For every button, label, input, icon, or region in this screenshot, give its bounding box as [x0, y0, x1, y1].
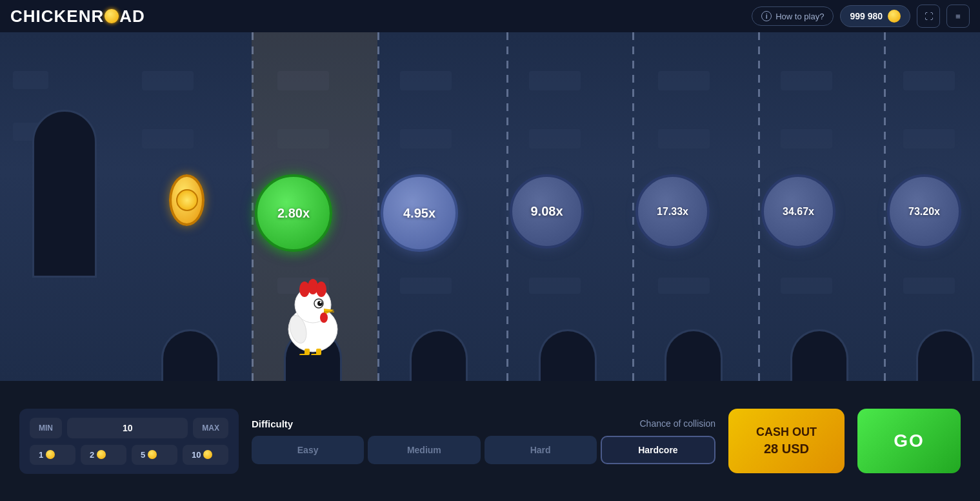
- multiplier-circle-1[interactable]: 4.95x: [381, 174, 458, 252]
- column-divider-2: [377, 32, 379, 381]
- logo-coin-icon: [105, 9, 119, 23]
- column-divider-6: [884, 32, 886, 381]
- quick-bet-1[interactable]: 1: [30, 445, 75, 465]
- quick-bet-10-value: 10: [192, 450, 201, 460]
- menu-button[interactable]: ≡: [946, 5, 970, 28]
- balance-coin-icon: [888, 10, 901, 23]
- wall-block: [781, 71, 832, 90]
- wall-block: [658, 71, 710, 90]
- diff-medium-button[interactable]: Medium: [368, 436, 480, 464]
- gold-coin: [169, 174, 205, 226]
- multiplier-circle-4[interactable]: 34.67x: [761, 174, 835, 249]
- multiplier-circle-5[interactable]: 73.20x: [887, 174, 961, 249]
- column-divider-1: [252, 32, 254, 381]
- wall-block: [781, 278, 832, 294]
- bottom-arch-5: [790, 329, 848, 381]
- balance-value: 999 980: [850, 11, 883, 21]
- multiplier-circle-3[interactable]: 17.33x: [635, 174, 710, 249]
- quick-bet-5-value: 5: [141, 450, 145, 460]
- column-divider-5: [758, 32, 760, 381]
- svg-rect-15: [311, 354, 320, 355]
- difficulty-label: Difficulty: [252, 418, 293, 429]
- wall-block: [400, 129, 452, 148]
- bet-row-top: MIN 10 MAX: [30, 418, 228, 438]
- quick-bet-coin-10: [203, 450, 212, 459]
- fullscreen-icon: ⛶: [925, 12, 933, 21]
- quick-bet-2[interactable]: 2: [81, 445, 126, 465]
- svg-point-10: [320, 312, 328, 323]
- bottom-arch-2: [410, 329, 468, 381]
- logo-text-ad: AD: [119, 6, 145, 26]
- quick-bet-coin-5: [148, 450, 157, 459]
- column-divider-4: [632, 32, 634, 381]
- quick-bet-2-value: 2: [90, 450, 94, 460]
- fullscreen-button[interactable]: ⛶: [917, 5, 940, 28]
- difficulty-buttons: Easy Medium Hard Hardcore: [252, 436, 715, 464]
- svg-point-4: [316, 281, 326, 297]
- wall-block: [658, 129, 710, 148]
- header: CHICKEN R AD i How to play? 999 980 ⛶ ≡: [0, 0, 980, 32]
- wall-block: [781, 129, 832, 148]
- svg-point-7: [320, 302, 322, 303]
- wall-block: [529, 129, 581, 148]
- collision-label: Chance of collision: [639, 418, 715, 429]
- quick-bet-1-value: 1: [39, 450, 43, 460]
- info-icon: i: [761, 11, 772, 21]
- diff-easy-button[interactable]: Easy: [252, 436, 364, 464]
- logo: CHICKEN R AD: [10, 6, 145, 26]
- max-button[interactable]: MAX: [193, 418, 228, 438]
- go-button[interactable]: GO: [857, 409, 961, 473]
- wall-block: [400, 71, 452, 90]
- cashout-button[interactable]: CASH OUT 28 USD: [728, 409, 845, 473]
- multiplier-circle-2[interactable]: 9.08x: [510, 174, 584, 249]
- logo-text-r: R: [91, 6, 104, 26]
- chicken-character: [277, 271, 348, 355]
- difficulty-header: Difficulty Chance of collision: [252, 418, 715, 429]
- difficulty-section: Difficulty Chance of collision Easy Medi…: [252, 418, 715, 464]
- svg-rect-14: [299, 354, 308, 355]
- how-to-play-button[interactable]: i How to play?: [752, 6, 834, 26]
- bet-panel: MIN 10 MAX 1 2 5 10: [19, 409, 239, 474]
- wall-block: [529, 71, 581, 90]
- bottom-arch-4: [665, 329, 723, 381]
- bottom-arch-6: [916, 329, 974, 381]
- wall-block: [400, 278, 452, 294]
- diff-hard-button[interactable]: Hard: [485, 436, 597, 464]
- cashout-amount: 28 USD: [764, 442, 809, 456]
- column-divider-3: [506, 32, 508, 381]
- min-button[interactable]: MIN: [30, 418, 62, 438]
- bet-value-display: 10: [67, 418, 188, 438]
- balance-display: 999 980: [840, 5, 910, 27]
- bottom-controls: MIN 10 MAX 1 2 5 10: [0, 381, 980, 501]
- header-right: i How to play? 999 980 ⛶ ≡: [752, 5, 970, 28]
- wall-block: [529, 278, 581, 294]
- menu-icon: ≡: [955, 12, 961, 21]
- wall-block: [903, 278, 955, 294]
- bottom-arch-3: [539, 329, 597, 381]
- quick-bet-coin-2: [97, 450, 106, 459]
- cashout-label: CASH OUT: [756, 425, 817, 439]
- game-area: 2.80x4.95x9.08x17.33x34.67x73.20x: [0, 32, 980, 381]
- bet-row-bottom: 1 2 5 10: [30, 445, 228, 465]
- quick-bet-coin-1: [46, 450, 55, 459]
- wall-block: [13, 71, 48, 89]
- quick-bet-5[interactable]: 5: [132, 445, 177, 465]
- logo-text-chicken: CHICKEN: [10, 6, 91, 26]
- multiplier-circle-0[interactable]: 2.80x: [255, 174, 332, 252]
- wall-block: [142, 71, 194, 90]
- left-door: [32, 110, 97, 278]
- wall-block: [903, 71, 955, 90]
- bottom-arch-0: [161, 329, 219, 381]
- how-to-play-label: How to play?: [775, 12, 824, 21]
- quick-bet-10[interactable]: 10: [183, 445, 228, 465]
- wall-block: [658, 278, 710, 294]
- wall-block: [903, 129, 955, 148]
- wall-block: [142, 129, 194, 148]
- diff-hardcore-button[interactable]: Hardcore: [601, 436, 715, 464]
- go-label: GO: [894, 431, 925, 451]
